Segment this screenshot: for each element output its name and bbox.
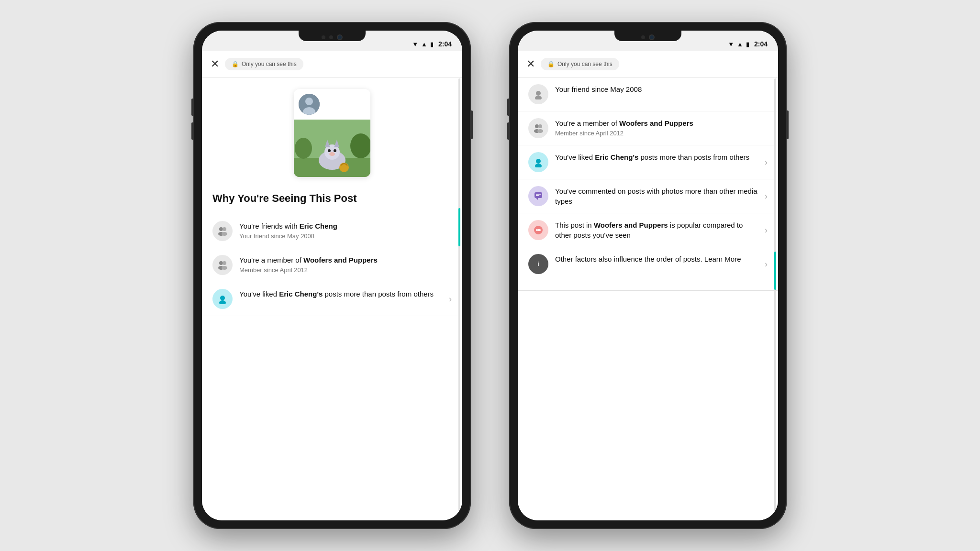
scrollbar-track-1[interactable] [458,78,460,511]
camera-dot-1 [329,35,333,39]
member2-main: You're a member of Woofers and Puppers [555,118,768,128]
svg-text:i: i [537,261,539,267]
phone-screen-2: ▼ ▲ ▮ 2:04 ✕ 🔒 Only you can see this [518,31,778,520]
privacy-label-2: Only you can see this [557,61,612,67]
svg-point-24 [219,300,226,304]
wifi-icon: ▼ [412,41,418,48]
liked2-icon-wrap [528,152,548,172]
lock-icon-2: 🔒 [547,61,555,67]
privacy-badge-1: 🔒 Only you can see this [225,58,303,70]
signal-icon: ▲ [421,41,427,48]
commented-icon-wrap [528,186,548,206]
commented-text: You've commented on posts with photos mo… [555,186,758,206]
popular-main: This post in Woofers and Puppers is popu… [555,220,758,240]
svg-point-26 [535,96,542,99]
liked-icon-wrap [212,289,233,309]
member-icon-wrap [212,255,233,275]
signal-icon-2: ▲ [737,41,743,48]
member2-text: You're a member of Woofers and Puppers M… [555,118,768,137]
svg-point-32 [535,164,542,167]
svg-point-9 [328,149,331,152]
scrollbar-track-2[interactable] [774,78,776,511]
svg-point-1 [305,98,313,105]
post-avatar [294,89,370,120]
svg-point-30 [537,129,543,133]
commented-icon [533,191,544,201]
camera-lens-1 [337,34,343,40]
other-main: Other factors also influence the order o… [555,254,758,264]
friend-since-icon-wrap [528,84,548,104]
scrollbar-thumb-2 [774,252,776,290]
content-area-1[interactable]: Why You're Seeing This Post You're frien… [202,77,462,520]
friends-icon-wrap [212,221,233,241]
battery-icon-2: ▮ [746,41,749,48]
friend-since-text: Your friend since May 2008 [555,84,768,94]
app-header-1: ✕ 🔒 Only you can see this [202,51,462,77]
svg-point-10 [334,149,336,152]
privacy-badge-2: 🔒 Only you can see this [541,58,619,70]
svg-rect-33 [535,192,542,198]
speaker-2 [641,35,645,39]
wifi-icon-2: ▼ [728,41,734,48]
liked-chevron: › [449,294,452,304]
svg-point-5 [295,138,312,159]
popular-chevron: › [765,225,768,235]
post-image [294,120,370,177]
reason-item-other[interactable]: i Other factors also influence the order… [518,247,778,281]
svg-point-18 [222,232,227,236]
svg-point-23 [220,296,225,300]
other-icon-wrap: i [528,254,548,274]
popular-icon-wrap [528,220,548,240]
svg-point-11 [329,152,335,156]
phone-2: ▼ ▲ ▮ 2:04 ✕ 🔒 Only you can see this [509,22,787,529]
phone-screen-1: ▼ ▲ ▮ 2:04 ✕ 🔒 Only you can see this [202,31,462,520]
reason-item-friends: You're friends with Eric Cheng Your frie… [202,214,462,248]
other-chevron: › [765,259,768,269]
svg-point-6 [350,133,370,158]
svg-point-31 [536,159,541,164]
battery-icon: ▮ [430,41,434,48]
svg-point-22 [222,266,227,270]
camera-lens-2 [649,34,655,40]
liked-text: You've liked Eric Cheng's posts more tha… [239,289,442,299]
friends-main: You're friends with Eric Cheng [239,221,452,231]
svg-point-25 [536,91,541,96]
post-card [294,89,370,177]
liked2-chevron: › [765,157,768,167]
svg-point-40 [539,229,541,231]
svg-point-17 [223,227,226,231]
liked2-text: You've liked Eric Cheng's posts more tha… [555,152,758,162]
status-time-1: 2:04 [438,40,452,48]
reason-item-friend-since: Your friend since May 2008 [518,77,778,111]
liked-icon [217,294,228,304]
liked2-main: You've liked Eric Cheng's posts more tha… [555,152,758,162]
close-button-1[interactable]: ✕ [211,59,219,69]
avatar-circle [299,94,320,115]
why-heading: Why You're Seeing This Post [202,188,462,214]
reason-item-commented[interactable]: You've commented on posts with photos mo… [518,179,778,213]
info-icon: i [533,259,544,269]
svg-point-21 [223,261,226,265]
member2-sub: Member since April 2012 [555,130,768,137]
member-sub: Member since April 2012 [239,266,452,274]
other-text: Other factors also influence the order o… [555,254,758,264]
reason-item-liked-2[interactable]: You've liked Eric Cheng's posts more tha… [518,145,778,179]
content-area-2[interactable]: Your friend since May 2008 You're a memb… [518,77,778,520]
friends-icon [217,226,228,236]
svg-point-15 [219,227,223,231]
liked2-icon [533,157,544,167]
close-button-2[interactable]: ✕ [526,59,535,69]
reason-item-liked[interactable]: You've liked Eric Cheng's posts more tha… [202,282,462,316]
popular-icon [533,225,544,235]
commented-main: You've commented on posts with photos mo… [555,186,758,206]
svg-point-19 [219,261,223,265]
reason-item-popular[interactable]: This post in Woofers and Puppers is popu… [518,213,778,247]
phone-notch-1 [299,31,366,41]
post-preview [202,77,462,188]
friends-sub: Your friend since May 2008 [239,232,452,240]
status-time-2: 2:04 [754,40,768,48]
popular-text: This post in Woofers and Puppers is popu… [555,220,758,240]
privacy-label-1: Only you can see this [242,61,297,67]
app-header-2: ✕ 🔒 Only you can see this [518,51,778,77]
liked-main: You've liked Eric Cheng's posts more tha… [239,289,442,299]
